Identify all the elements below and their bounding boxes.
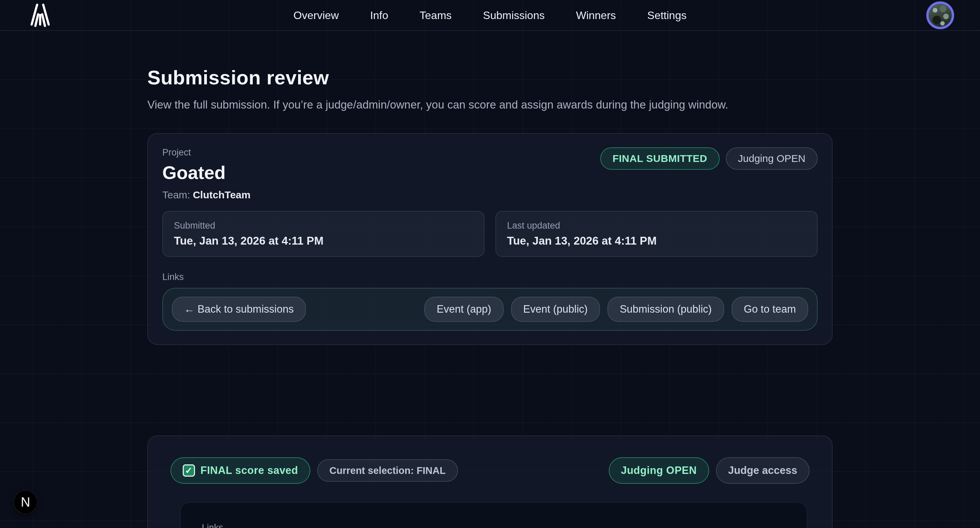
judging-open-badge: Judging OPEN [726,147,818,170]
submission-public-button[interactable]: Submission (public) [608,297,724,322]
nav-item-settings[interactable]: Settings [647,9,687,22]
event-public-button[interactable]: Event (public) [511,297,600,322]
links-bar: ← Back to submissions Event (app) Event … [162,288,818,331]
scoring-card: ✓ FINAL score saved Current selection: F… [147,436,833,528]
submitted-label: Submitted [174,221,473,231]
nextjs-dev-indicator[interactable]: N [14,490,37,514]
event-app-button[interactable]: Event (app) [424,297,503,322]
check-icon: ✓ [183,464,195,477]
scoring-links-panel: Links [180,502,808,528]
team-name: ClutchTeam [193,189,250,200]
page-title: Submission review [147,66,833,89]
timestamps-row: Submitted Tue, Jan 13, 2026 at 4:11 PM L… [162,211,818,257]
final-submitted-badge: FINAL SUBMITTED [600,147,720,170]
project-name: Goated [162,162,250,183]
score-status-group: ✓ FINAL score saved Current selection: F… [170,457,458,484]
nav-item-winners[interactable]: Winners [576,9,616,22]
project-label: Project [162,147,250,158]
judge-access-badge: Judge access [716,457,810,484]
top-nav-bar: Overview Info Teams Submissions Winners … [0,0,980,30]
main-nav: Overview Info Teams Submissions Winners … [293,0,686,30]
final-score-saved-badge: ✓ FINAL score saved [170,457,310,484]
current-selection-badge: Current selection: FINAL [317,459,458,482]
nav-item-info[interactable]: Info [370,9,388,22]
last-updated-box: Last updated Tue, Jan 13, 2026 at 4:11 P… [495,211,818,257]
external-links-group: Event (app) Event (public) Submission (p… [424,297,808,322]
main-content: Submission review View the full submissi… [147,66,833,528]
go-to-team-button[interactable]: Go to team [732,297,808,322]
final-score-saved-label: FINAL score saved [200,464,298,477]
nav-item-submissions[interactable]: Submissions [483,9,544,22]
submitted-value: Tue, Jan 13, 2026 at 4:11 PM [174,234,473,247]
status-badges: FINAL SUBMITTED Judging OPEN [600,147,818,170]
back-to-submissions-button[interactable]: ← Back to submissions [172,297,306,322]
project-summary-card: Project Goated Team:ClutchTeam FINAL SUB… [147,133,833,345]
app-logo-icon[interactable] [26,2,54,29]
submitted-box: Submitted Tue, Jan 13, 2026 at 4:11 PM [162,211,485,257]
last-updated-label: Last updated [507,221,806,231]
judging-status-group: Judging OPEN Judge access [609,457,810,484]
page-subtitle: View the full submission. If you’re a ju… [147,98,833,111]
last-updated-value: Tue, Jan 13, 2026 at 4:11 PM [507,234,806,247]
scoring-links-label: Links [202,523,786,528]
user-avatar[interactable] [926,2,954,29]
team-label: Team: [162,189,190,200]
team-line: Team:ClutchTeam [162,189,250,201]
project-identity: Project Goated Team:ClutchTeam [162,147,250,201]
nav-item-overview[interactable]: Overview [293,9,339,22]
judging-open-badge-2: Judging OPEN [609,457,709,484]
links-label: Links [162,272,818,282]
nav-item-teams[interactable]: Teams [420,9,452,22]
